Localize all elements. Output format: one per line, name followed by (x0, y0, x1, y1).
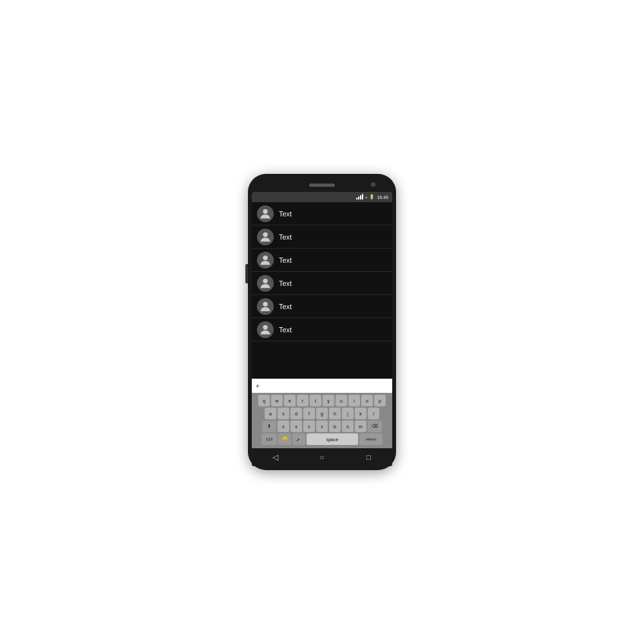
key-c[interactable]: c (303, 421, 315, 432)
camera (371, 182, 375, 187)
phone-device: ≈ 🔋 16:49 Text Text (248, 174, 396, 470)
keyboard-row-3: ⬆ z x c v b n m ⌫ (253, 421, 391, 432)
key-e[interactable]: e (284, 395, 296, 406)
key-j[interactable]: j (342, 408, 354, 419)
key-o[interactable]: o (361, 395, 373, 406)
svg-point-0 (263, 209, 267, 213)
key-d[interactable]: d (290, 408, 302, 419)
key-mic[interactable]: 🎤 (292, 433, 305, 445)
key-y[interactable]: y (323, 395, 334, 406)
avatar-3 (257, 252, 274, 269)
key-a[interactable]: a (265, 408, 276, 419)
status-bar: ≈ 🔋 16:49 (252, 192, 392, 202)
avatar-1 (257, 205, 274, 222)
key-i[interactable]: i (348, 395, 360, 406)
phone-top-bar (252, 180, 392, 189)
contact-item-2[interactable]: Text (252, 225, 392, 249)
contact-item-1[interactable]: Text (252, 202, 392, 225)
svg-point-3 (263, 278, 267, 283)
key-b[interactable]: b (329, 421, 341, 432)
input-bar[interactable]: + (252, 379, 392, 393)
key-t[interactable]: t (310, 395, 321, 406)
home-button[interactable]: ○ (314, 450, 330, 465)
key-g[interactable]: g (316, 408, 328, 419)
keyboard-row-2: a s d f g h j k l (253, 408, 391, 419)
contact-item-5[interactable]: Text (252, 295, 392, 318)
avatar-6 (257, 321, 274, 338)
contact-item-3[interactable]: Text (252, 249, 392, 272)
key-emoji[interactable]: 😀 (278, 433, 291, 445)
key-l[interactable]: l (368, 408, 379, 419)
avatar-4 (257, 275, 274, 292)
contact-name-4: Text (279, 279, 292, 287)
contact-item-4[interactable]: Text (252, 272, 392, 295)
screen: ≈ 🔋 16:49 Text Text (252, 192, 392, 466)
avatar-5 (257, 298, 274, 315)
contact-name-3: Text (279, 256, 292, 264)
key-s[interactable]: s (278, 408, 289, 419)
key-r[interactable]: r (297, 395, 308, 406)
key-m[interactable]: m (355, 421, 366, 432)
input-prefix: + (256, 383, 260, 390)
status-bar-content: ≈ 🔋 16:49 (356, 194, 388, 200)
svg-point-2 (263, 255, 267, 260)
key-k[interactable]: k (355, 408, 366, 419)
key-p[interactable]: p (374, 395, 386, 406)
key-return[interactable]: return (359, 433, 383, 445)
avatar-2 (257, 229, 274, 245)
contact-list: Text Text Text Text (252, 202, 392, 379)
contact-name-2: Text (279, 233, 292, 241)
back-button[interactable]: ◁ (267, 450, 283, 465)
contact-name-5: Text (279, 303, 292, 310)
key-shift[interactable]: ⬆ (262, 421, 276, 432)
contact-item-6[interactable]: Text (252, 318, 392, 341)
key-u[interactable]: u (336, 395, 347, 406)
side-button[interactable] (245, 264, 248, 283)
key-space[interactable]: space (307, 433, 358, 445)
key-z[interactable]: z (278, 421, 289, 432)
recent-button[interactable]: □ (361, 450, 377, 465)
svg-point-1 (263, 232, 267, 236)
keyboard-row-4: 123 😀 🎤 space return (253, 433, 391, 445)
status-time: 16:49 (377, 195, 388, 200)
key-h[interactable]: h (329, 408, 341, 419)
key-123[interactable]: 123 (261, 433, 277, 445)
battery-icon: 🔋 (369, 194, 375, 200)
key-w[interactable]: w (271, 395, 283, 406)
bottom-nav: ◁ ○ □ (252, 448, 392, 466)
svg-point-4 (263, 301, 267, 306)
key-v[interactable]: v (316, 421, 328, 432)
wifi-icon: ≈ (365, 195, 368, 200)
speaker (309, 184, 335, 187)
keyboard: q w e r t y u i o p a s d f g h j k (252, 393, 392, 448)
key-n[interactable]: n (342, 421, 354, 432)
key-f[interactable]: f (303, 408, 315, 419)
key-backspace[interactable]: ⌫ (368, 421, 382, 432)
keyboard-row-1: q w e r t y u i o p (253, 395, 391, 406)
key-x[interactable]: x (290, 421, 302, 432)
signal-bars (356, 194, 363, 200)
contact-name-6: Text (279, 326, 292, 334)
key-q[interactable]: q (258, 395, 270, 406)
svg-point-5 (263, 325, 267, 329)
contact-name-1: Text (279, 210, 292, 218)
